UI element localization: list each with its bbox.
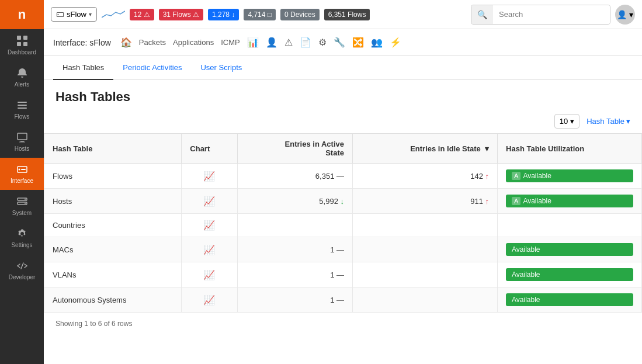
svg-rect-6 <box>18 108 27 109</box>
users-icon[interactable]: 👤 <box>266 37 277 48</box>
svg-point-16 <box>25 203 26 204</box>
chart-icon[interactable]: 📈 <box>203 196 215 206</box>
cell-chart[interactable]: 📈 <box>182 262 237 287</box>
search-box[interactable]: 🔍 <box>471 5 610 25</box>
svg-rect-3 <box>23 42 27 46</box>
nav-applications[interactable]: Applications <box>173 38 214 47</box>
svg-point-15 <box>25 199 26 200</box>
per-page-arrow-icon: ▾ <box>570 117 574 126</box>
cell-utilization: Available <box>498 287 642 313</box>
tab-hash-tables[interactable]: Hash Tables <box>53 56 113 80</box>
cell-chart[interactable]: 📈 <box>182 189 237 214</box>
content-area: Hash Tables Periodic Activities User Scr… <box>44 56 642 364</box>
nav-icmp[interactable]: ICMP <box>221 38 240 47</box>
idle-trend-icon: ↑ <box>485 197 490 206</box>
cell-hash-table-name: MACs <box>44 237 182 262</box>
cell-entries-idle <box>352 287 497 313</box>
interface-bar: Interface: sFlow 🏠 Packets Applications … <box>44 29 642 56</box>
col-header-entries-active: Entries in ActiveState <box>237 134 352 164</box>
table-row: Countries📈 <box>44 214 642 237</box>
per-page-selector[interactable]: 10 ▾ <box>554 114 579 129</box>
interface-label: Interface: sFlow <box>53 38 111 47</box>
search-button[interactable]: 🔍 <box>471 5 493 24</box>
lightning-icon[interactable]: ⚡ <box>390 37 401 48</box>
sidebar-item-interface[interactable]: Interface <box>0 158 44 190</box>
bell-icon <box>16 67 28 79</box>
cell-chart[interactable]: 📈 <box>182 287 237 313</box>
svg-rect-5 <box>18 105 27 106</box>
active-trend-icon: — <box>336 271 344 279</box>
tab-user-scripts[interactable]: User Scripts <box>191 56 251 80</box>
table-row: MACs📈1 —Available <box>44 237 642 262</box>
file-icon[interactable]: 📄 <box>300 37 311 48</box>
sidebar-item-dashboard[interactable]: Dashboard <box>0 29 44 61</box>
app-logo[interactable]: n <box>0 0 44 29</box>
interface-nav: 🏠 Packets Applications ICMP 📊 👤 ⚠ 📄 ⚙ 🔧 … <box>120 37 401 48</box>
cell-hash-table-name: VLANs <box>44 262 182 287</box>
chart-icon[interactable]: 📈 <box>203 220 215 230</box>
sidebar-item-developer[interactable]: Developer <box>0 254 44 286</box>
main-content: sFlow ▾ 12 ⚠ 31 Flows ⚠ 1,278 ↓ 4,714 □ … <box>44 0 642 364</box>
active-trend-icon: ↓ <box>340 197 344 206</box>
hash-table-filter[interactable]: Hash Table ▾ <box>587 117 630 126</box>
cell-entries-active <box>237 214 352 237</box>
home-icon[interactable]: 🏠 <box>120 37 132 48</box>
sidebar-item-system[interactable]: System <box>0 190 44 222</box>
sidebar-item-settings[interactable]: Settings <box>0 222 44 254</box>
user-menu[interactable]: 👤 ▾ <box>615 5 635 25</box>
cell-chart[interactable]: 📈 <box>182 237 237 262</box>
total-flows-badge[interactable]: 6,351 Flows <box>324 9 370 20</box>
in-badge[interactable]: 1,278 ↓ <box>208 9 239 20</box>
grid-icon <box>16 35 28 47</box>
svg-point-11 <box>18 169 20 171</box>
cell-hash-table-name: Countries <box>44 214 182 237</box>
chart-icon[interactable]: 📈 <box>203 245 215 255</box>
nav-packets[interactable]: Packets <box>139 38 166 47</box>
wrench-icon[interactable]: 🔧 <box>334 37 345 48</box>
cell-utilization <box>498 214 642 237</box>
cell-hash-table-name: Flows <box>44 164 182 189</box>
alerts-badge[interactable]: 12 ⚠ <box>130 9 154 20</box>
flows-badge[interactable]: 31 Flows ⚠ <box>159 9 203 20</box>
cell-chart[interactable]: 📈 <box>182 214 237 237</box>
svg-rect-4 <box>18 102 27 103</box>
tabs-bar: Hash Tables Periodic Activities User Scr… <box>44 56 642 80</box>
settings-icon[interactable]: ⚙ <box>318 37 327 48</box>
sparkline-chart <box>102 9 125 20</box>
group-icon[interactable]: 👥 <box>371 37 383 48</box>
search-input[interactable] <box>493 5 610 24</box>
chart-bar-icon[interactable]: 📊 <box>247 37 259 48</box>
table-row: Flows📈6,351 —142 ↑A Available <box>44 164 642 189</box>
out-badge[interactable]: 4,714 □ <box>244 9 276 20</box>
svg-point-19 <box>57 13 58 15</box>
hash-table-arrow-icon: ▾ <box>626 117 630 126</box>
sidebar-item-hosts[interactable]: Hosts <box>0 126 44 158</box>
active-trend-icon: — <box>336 245 344 254</box>
sidebar-item-alerts[interactable]: Alerts <box>0 61 44 93</box>
active-trend-icon: — <box>336 296 344 304</box>
tab-periodic-activities[interactable]: Periodic Activities <box>113 56 191 80</box>
sidebar-item-flows[interactable]: Flows <box>0 93 44 126</box>
cell-utilization: A Available <box>498 164 642 189</box>
chart-icon[interactable]: 📈 <box>203 171 215 181</box>
chart-icon[interactable]: 📈 <box>203 295 215 305</box>
cell-hash-table-name: Hosts <box>44 189 182 214</box>
cell-entries-idle <box>352 262 497 287</box>
gear-icon <box>16 228 28 240</box>
alert-icon[interactable]: ⚠ <box>284 37 293 48</box>
fork-icon[interactable]: 🔀 <box>352 37 364 48</box>
svg-rect-9 <box>19 142 25 143</box>
sidebar: n Dashboard Alerts Flows Hosts <box>0 0 44 364</box>
hash-tables-table: Hash Table Chart Entries in ActiveState … <box>44 133 642 313</box>
a-badge: A <box>512 197 520 205</box>
settings-icon <box>56 11 64 19</box>
flows-icon <box>16 99 28 111</box>
cell-chart[interactable]: 📈 <box>182 164 237 189</box>
cell-hash-table-name: Autonomous Systems <box>44 287 182 313</box>
devices-badge[interactable]: 0 Devices <box>280 9 320 20</box>
chart-icon[interactable]: 📈 <box>203 270 215 280</box>
available-bar: A Available <box>506 169 633 182</box>
col-header-chart: Chart <box>182 134 237 164</box>
sflow-selector[interactable]: sFlow ▾ <box>51 7 97 22</box>
svg-rect-7 <box>18 133 27 140</box>
